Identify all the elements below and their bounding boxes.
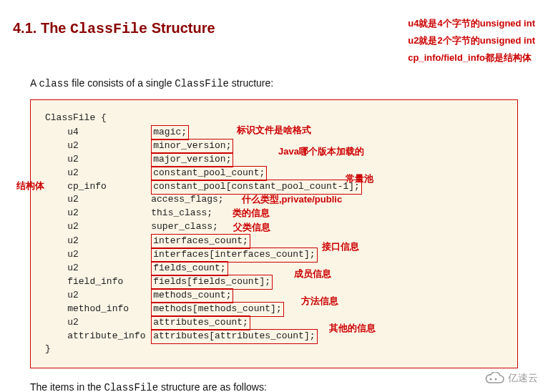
field-annotation: Java哪个版本加载的 (278, 145, 364, 159)
code-line: u2 access_flags;什么类型,private/public (45, 193, 503, 207)
field-type: method_info (67, 303, 151, 316)
field-annotation: 常量池 (346, 172, 373, 186)
code-line: u2 methods_count; (45, 288, 503, 302)
field-declaration: fields_count; (151, 261, 227, 276)
svg-point-1 (495, 378, 497, 381)
side-annotations: u4就是4个字节的unsigned int u2就是2个字节的unsigned … (408, 0, 548, 69)
heading-number: 4.1. (13, 20, 36, 36)
field-declaration: methods_count; (151, 288, 233, 303)
code-line: u2 fields_count; (45, 261, 503, 275)
field-annotation: 父类信息 (233, 221, 270, 235)
field-declaration: magic; (151, 125, 189, 140)
field-annotation: 类的信息 (233, 207, 270, 220)
field-annotation: 标识文件是啥格式 (237, 124, 311, 137)
field-declaration: attributes[attributes_count]; (151, 329, 317, 344)
field-annotation: 成员信息 (294, 268, 331, 281)
field-declaration: fields[fields_count]; (151, 275, 273, 290)
heading-classfile: ClassFile (70, 21, 147, 37)
struct-label: 结构体 (16, 180, 44, 193)
field-type: u2 (67, 235, 151, 248)
field-declaration: this_class; (151, 207, 212, 220)
field-type: u2 (67, 139, 151, 153)
code-line: field_info fields[fields_count];成员信息 (45, 275, 503, 288)
side-anno-struct: cp_info/field_info都是结构体 (408, 52, 535, 64)
field-type: u2 (67, 316, 151, 330)
section-heading: 4.1. The ClassFile Structure (0, 0, 408, 69)
field-type: u2 (67, 220, 151, 234)
field-declaration: major_version; (151, 152, 233, 167)
code-line: u2 interfaces_count; (45, 234, 503, 248)
field-type: field_info (67, 275, 151, 289)
field-declaration: constant_pool[constant_pool_count-1]; (151, 180, 362, 195)
field-declaration: interfaces_count; (151, 234, 250, 249)
field-declaration: super_class; (151, 220, 218, 234)
field-type: u2 (67, 289, 151, 303)
field-declaration: constant_pool_count; (151, 166, 267, 181)
field-declaration: attributes_count; (151, 315, 250, 330)
watermark: 亿速云 (484, 372, 538, 385)
code-line: u2 attributes_count; (45, 315, 503, 329)
field-type: cp_info (67, 180, 151, 194)
code-line: method_info methods[methods_count];方法信息 (45, 302, 503, 315)
code-line: u2 interfaces[interfaces_count];接口信息 (45, 248, 503, 261)
struct-close: } (45, 343, 503, 356)
code-line: attribute_info attributes[attributes_cou… (45, 329, 503, 343)
field-type: u2 (67, 248, 151, 262)
watermark-text: 亿速云 (508, 372, 538, 385)
intro-text: A class file consists of a single ClassF… (0, 69, 548, 89)
heading-the: The (41, 20, 67, 36)
field-type: attribute_info (67, 330, 151, 343)
field-type: u2 (67, 262, 151, 275)
code-block: ClassFile { u4 magic;标识文件是啥格式 u2 minor_v… (30, 99, 518, 368)
heading-structure: Structure (152, 20, 215, 36)
field-type: u2 (67, 207, 151, 220)
field-declaration: access_flags; (151, 193, 223, 207)
code-line: u2 super_class;父类信息 (45, 220, 503, 234)
code-line: cp_info constant_pool[constant_pool_coun… (45, 180, 503, 193)
field-annotation: 接口信息 (322, 240, 359, 254)
svg-point-0 (490, 378, 492, 381)
field-type: u2 (67, 153, 151, 167)
code-line: u2 this_class;类的信息 (45, 207, 503, 220)
code-line: u2 minor_version; (45, 139, 503, 152)
field-annotation: 其他的信息 (329, 322, 376, 335)
field-annotation: 方法信息 (301, 295, 338, 308)
code-line: u4 magic;标识文件是啥格式 (45, 125, 503, 139)
field-declaration: interfaces[interfaces_count]; (151, 248, 317, 263)
side-anno-u4: u4就是4个字节的unsigned int (408, 17, 535, 30)
code-line: u2 major_version;Java哪个版本加载的 (45, 152, 503, 166)
field-type: u2 (67, 193, 151, 207)
field-type: u2 (67, 167, 151, 180)
side-anno-u2: u2就是2个字节的unsigned int (408, 34, 535, 47)
field-type: u4 (67, 126, 151, 139)
field-declaration: methods[methods_count]; (151, 302, 283, 317)
cloud-icon (484, 372, 505, 385)
outro-text: The items in the ClassFile structure are… (0, 368, 548, 392)
field-declaration: minor_version; (151, 139, 233, 154)
field-annotation: 什么类型,private/public (242, 193, 342, 207)
code-line: u2 constant_pool_count; (45, 166, 503, 180)
